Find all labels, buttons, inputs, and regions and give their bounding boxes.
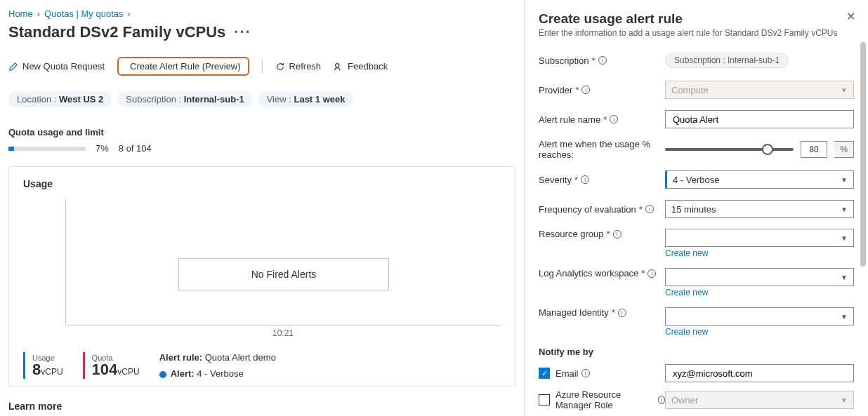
info-icon[interactable]: i [581,369,590,377]
alert-pct-value[interactable]: 80 [801,141,827,158]
chevron-right-icon: › [128,8,131,19]
provider-label: Provider*i [539,85,665,95]
new-quota-request-button[interactable]: New Quota Request [8,61,105,72]
quota-progress-fill [8,147,14,151]
breadcrumb: Home › Quotas | My quotas › [8,8,524,19]
arm-role-select: Owner▼ [665,391,854,409]
notify-me-heading: Notify me by [539,347,854,357]
feedback-label: Feedback [348,61,388,72]
severity-label: Severity*i [539,175,665,185]
usage-card: Usage No Fired Alerts 10:21 Usage 8vCPU … [8,166,515,387]
alert-dot-icon [159,371,166,378]
resource-group-label: Resource group*i [539,229,665,239]
quota-stat: Quota 104vCPU [83,352,147,379]
managed-identity-label: Managed Identity*i [539,307,665,318]
log-workspace-select[interactable]: ▼ [665,268,854,286]
close-panel-button[interactable]: ✕ [846,10,855,23]
scrollbar-thumb[interactable] [860,42,866,267]
quota-usage-heading: Quota usage and limit [8,127,524,137]
quota-progress-bar [8,147,86,151]
chevron-down-icon: ▼ [841,274,848,281]
severity-select[interactable]: 4 - Verbose▼ [665,170,854,189]
alert-rule-name-label: Alert rule name*i [539,114,665,125]
info-icon[interactable]: i [645,205,654,213]
usage-card-title: Usage [23,178,501,189]
frequency-label: Frequency of evaluation*i [539,204,665,215]
chevron-down-icon: ▼ [841,176,848,184]
chevron-down-icon: ▼ [841,86,848,94]
pencil-icon [8,62,18,72]
chevron-right-icon: › [37,8,40,19]
info-icon[interactable]: i [658,396,665,404]
feedback-icon [334,62,343,72]
alert-rule-name-input[interactable] [665,110,854,128]
new-quota-label: New Quota Request [22,61,105,72]
email-label: Emaili [555,368,665,379]
quota-percent: 7% [96,143,109,154]
arm-role-label: Azure Resource Manager Rolei [555,389,665,410]
usage-legend: Usage 8vCPU Quota 104vCPU Alert rule: Qu… [23,352,501,379]
info-icon[interactable]: i [618,309,626,317]
page-title: Standard DSv2 Family vCPUs ··· [8,23,524,41]
more-actions-button[interactable]: ··· [231,23,254,41]
chevron-down-icon: ▼ [841,396,848,404]
resource-group-create-new-link[interactable]: Create new [665,248,854,258]
toolbar: New Quota Request Create Alert Rule (Pre… [8,57,524,76]
chevron-down-icon: ▼ [841,313,848,321]
panel-subtitle: Enter the information to add a usage ale… [539,28,854,38]
quota-usage-row: 7% 8 of 104 [8,143,524,154]
info-icon[interactable]: i [610,115,618,123]
info-icon[interactable]: i [581,175,589,184]
arm-role-checkbox[interactable] [539,394,550,405]
email-input[interactable] [665,364,854,382]
slider-thumb[interactable] [762,144,773,155]
alert-pct-slider[interactable] [665,148,794,151]
info-icon[interactable]: i [613,230,622,239]
breadcrumb-home[interactable]: Home [8,8,33,19]
breadcrumb-quotas[interactable]: Quotas | My quotas [44,8,124,19]
log-workspace-create-new-link[interactable]: Create new [665,288,854,297]
alert-pct-label: Alert me when the usage % reaches: [539,139,665,160]
create-alert-label: Create Alert Rule (Preview) [130,61,241,72]
usage-chart: No Fired Alerts [65,199,501,326]
info-icon[interactable]: i [647,269,656,278]
subscription-filter-pill[interactable]: Subscription : Internal-sub-1 [117,91,252,107]
no-fired-alerts-banner: No Fired Alerts [178,258,389,290]
refresh-label: Refresh [289,61,322,72]
subscription-label: Subscription*i [539,55,665,66]
view-filter-pill[interactable]: View : Last 1 week [258,91,354,107]
email-checkbox[interactable] [539,368,550,379]
alert-pct-unit: % [834,141,854,158]
chevron-down-icon: ▼ [841,234,848,242]
quota-count: 8 of 104 [119,143,152,154]
subscription-value: Subscription : Internal-sub-1 [665,53,789,68]
panel-title: Create usage alert rule [539,11,854,27]
learn-more-heading: Learn more [8,401,524,416]
frequency-select[interactable]: 15 minutes▼ [665,200,854,218]
managed-identity-create-new-link[interactable]: Create new [665,327,854,337]
chart-x-tick: 10:21 [65,328,501,338]
refresh-button[interactable]: Refresh [275,61,322,72]
usage-stat: Usage 8vCPU [23,352,70,379]
feedback-button[interactable]: Feedback [334,61,388,72]
managed-identity-select[interactable]: ▼ [665,307,854,326]
chevron-down-icon: ▼ [841,206,848,213]
provider-select: Compute▼ [665,81,854,99]
log-workspace-label: Log Analytics workspace*i [539,268,665,279]
create-alert-rule-button[interactable]: Create Alert Rule (Preview) [117,57,249,76]
main-content: Home › Quotas | My quotas › Standard DSv… [0,0,524,416]
resource-group-select[interactable]: ▼ [665,229,854,247]
panel-scrollbar[interactable] [860,42,866,409]
refresh-icon [275,62,285,72]
info-icon[interactable]: i [598,56,607,65]
location-filter-pill[interactable]: Location : West US 2 [8,91,112,107]
filter-pills: Location : West US 2 Subscription : Inte… [8,91,524,107]
alert-rule-info: Alert rule: Quota Alert demo Alert: 4 - … [159,352,276,379]
create-alert-panel: ✕ Create usage alert rule Enter the info… [524,0,868,416]
toolbar-divider [262,60,263,73]
info-icon[interactable]: i [581,86,590,94]
svg-point-0 [336,63,339,67]
